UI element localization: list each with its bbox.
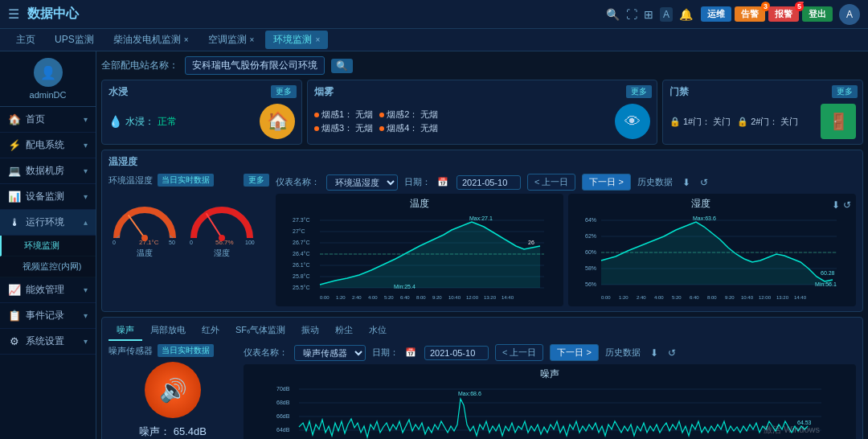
hist-button[interactable]: 历史数据: [637, 176, 673, 188]
water-status: 💧 水浸： 正常: [108, 115, 177, 129]
sidebar: 👤 adminDC 🏠 首页 ▾ ⚡ 配电系统 ▾ 💻 数据机房 ▾ 📊 设备监…: [0, 51, 96, 439]
fullscreen-icon[interactable]: ⛶: [626, 8, 637, 21]
svg-text:5:20: 5:20: [672, 295, 682, 300]
humidity-refresh-icon[interactable]: ↺: [843, 199, 851, 211]
noise-prev-button[interactable]: < 上一日: [495, 344, 543, 361]
sensor-select[interactable]: 环境温湿度: [326, 174, 398, 191]
top-header: ☰ 数据中心 🔍 ⛶ ⊞ A 🔔 运维 告警 3 报警 5 登出 A: [0, 0, 868, 29]
svg-text:6:40: 6:40: [690, 295, 699, 300]
grid-icon[interactable]: ⊞: [644, 8, 653, 21]
smoke-grid: 烟感1： 无烟 烟感2： 无烟 烟感3： 无烟: [314, 109, 438, 134]
svg-text:27.3°C: 27.3°C: [293, 217, 309, 223]
svg-text:13:20: 13:20: [484, 295, 497, 300]
sidebar-item-datacenter[interactable]: 💻 数据机房 ▾: [0, 158, 96, 184]
svg-text:25.5°C: 25.5°C: [293, 285, 309, 290]
humidity-download-icon[interactable]: ⬇: [832, 199, 840, 211]
svg-text:26: 26: [528, 240, 534, 245]
svg-text:62%: 62%: [585, 233, 596, 239]
svg-text:50: 50: [169, 240, 175, 245]
noise-hist-button[interactable]: 历史数据: [605, 347, 641, 359]
sidebar-item-device[interactable]: 📊 设备监测 ▾: [0, 184, 96, 210]
chevron-icon: ▾: [84, 115, 88, 124]
watermark: 激活 Windows: [764, 424, 820, 436]
water-more-button[interactable]: 更多: [271, 85, 297, 98]
noise-gauge-col: 🔊 噪声： 65.4dB: [108, 362, 237, 439]
svg-text:9:20: 9:20: [725, 295, 735, 300]
smoke-dot-1: [314, 113, 319, 117]
sidebar-item-events[interactable]: 📋 事件记录 ▾: [0, 303, 96, 329]
smoke-more-button[interactable]: 更多: [626, 85, 652, 98]
chevron-up-icon: ▴: [84, 218, 88, 227]
sidebar-item-environment[interactable]: 🌡 运行环境 ▴: [0, 210, 96, 236]
hamburger-icon[interactable]: ☰: [8, 6, 19, 22]
noise-date-label: 日期：: [372, 347, 399, 359]
smoke-item-1: 烟感1： 无烟: [314, 109, 373, 121]
station-search-button[interactable]: 🔍: [331, 59, 353, 73]
svg-text:100: 100: [245, 240, 255, 245]
prev-day-button[interactable]: < 上一日: [527, 174, 575, 191]
tab-noise[interactable]: 噪声: [108, 321, 142, 341]
svg-text:4:00: 4:00: [368, 295, 378, 300]
noise-next-button[interactable]: 下一日 >: [550, 344, 598, 361]
sidebar-item-env-monitor[interactable]: 环境监测: [0, 236, 96, 256]
badge-baojing[interactable]: 报警 5: [768, 6, 799, 22]
date-input[interactable]: [457, 175, 521, 190]
svg-text:Max:68.6: Max:68.6: [458, 391, 481, 396]
chevron-icon: ▾: [84, 285, 88, 294]
svg-text:64%: 64%: [585, 217, 596, 223]
water-card-title: 水浸: [108, 85, 295, 99]
smoke-dot-3: [314, 126, 319, 131]
tab-dust[interactable]: 粉尘: [327, 321, 361, 341]
refresh-icon[interactable]: ↺: [700, 177, 708, 188]
noise-download-icon[interactable]: ⬇: [650, 347, 658, 359]
smoke-icon: 👁: [615, 104, 650, 139]
sidebar-item-power[interactable]: ⚡ 配电系统 ▾: [0, 133, 96, 158]
noise-sensor-select[interactable]: 噪声传感器: [294, 345, 366, 361]
temp-more-button[interactable]: 更多: [244, 174, 269, 187]
header-badges: 运维 告警 3 报警 5 登出: [701, 6, 833, 22]
bell-icon[interactable]: 🔔: [679, 8, 693, 21]
tab-diesel[interactable]: 柴油发电机监测×: [105, 31, 197, 49]
tab-aircon[interactable]: 空调监测×: [200, 31, 263, 49]
tab-vibration[interactable]: 振动: [293, 321, 327, 341]
tab-sf6[interactable]: SF₆气体监测: [227, 321, 293, 341]
noise-refresh-icon[interactable]: ↺: [668, 347, 676, 359]
svg-text:64dB: 64dB: [276, 427, 290, 433]
download-icon[interactable]: ⬇: [682, 177, 690, 188]
humidity-chart-title: 湿度: [573, 197, 829, 211]
tab-partial-discharge[interactable]: 局部放电: [142, 321, 194, 341]
sidebar-item-home[interactable]: 🏠 首页 ▾: [0, 107, 96, 133]
gauge-humidity-svg: 0 100 56.7%: [186, 190, 258, 246]
next-day-button[interactable]: 下一日 >: [582, 174, 630, 191]
svg-text:1:20: 1:20: [336, 295, 346, 300]
datacenter-icon: 💻: [8, 165, 21, 178]
svg-text:4:00: 4:00: [654, 295, 664, 300]
station-header: 全部配电站名称： 安科瑞电气股份有限公司环境 🔍: [101, 56, 863, 75]
sidebar-item-energy[interactable]: 📈 能效管理 ▾: [0, 277, 96, 303]
sidebar-item-video[interactable]: 视频监控(内网): [0, 256, 96, 277]
chevron-icon: ▾: [84, 166, 88, 175]
badge-logout[interactable]: 登出: [802, 6, 833, 22]
svg-text:10:40: 10:40: [448, 295, 461, 300]
tab-home[interactable]: 主页: [8, 31, 43, 49]
tab-env[interactable]: 环境监测×: [265, 31, 328, 49]
door-icon-2: 🔒: [737, 117, 748, 127]
door-more-button[interactable]: 更多: [832, 85, 858, 98]
svg-text:13:20: 13:20: [776, 295, 789, 300]
badge-alarm[interactable]: 告警 3: [735, 6, 765, 22]
user-avatar[interactable]: A: [839, 4, 860, 25]
tab-ups[interactable]: UPS监测: [47, 31, 102, 49]
station-select[interactable]: 安科瑞电气股份有限公司环境: [185, 56, 325, 75]
sidebar-item-settings[interactable]: ⚙ 系统设置 ▾: [0, 329, 96, 355]
noise-date-input[interactable]: [424, 346, 489, 360]
svg-line-10: [207, 214, 222, 238]
tab-water-level[interactable]: 水位: [361, 321, 395, 341]
svg-text:0: 0: [113, 240, 116, 245]
font-icon[interactable]: A: [660, 7, 673, 22]
door-grid: 🔒 1#门： 关门 🔒 2#门： 关门: [669, 116, 799, 128]
tab-infrared[interactable]: 红外: [194, 321, 227, 341]
search-icon[interactable]: 🔍: [606, 8, 620, 21]
sidebar-sub-menu: 环境监测 视频监控(内网): [0, 236, 96, 277]
badge-yunwei[interactable]: 运维: [701, 6, 731, 22]
svg-text:14:40: 14:40: [502, 295, 514, 300]
